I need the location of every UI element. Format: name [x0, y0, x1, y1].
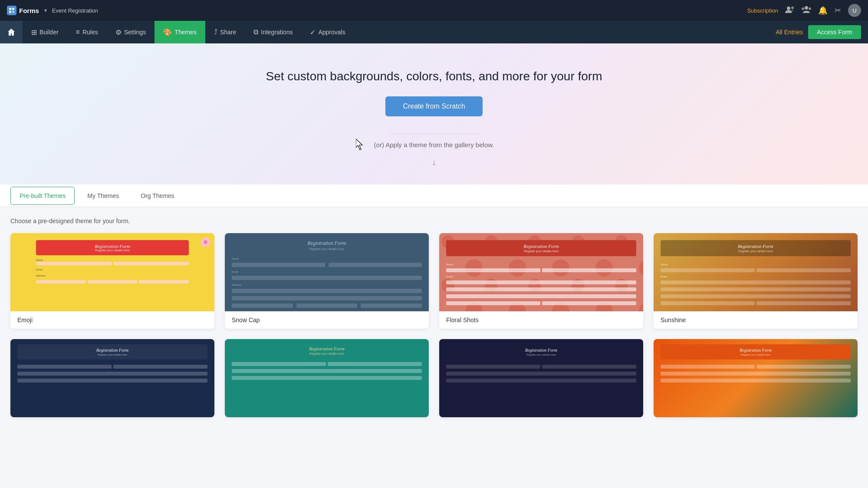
svg-point-4: [787, 7, 790, 10]
theme-tabs: Pre-built Themes My Themes Org Themes: [0, 185, 868, 207]
hero-title: Set custom backgrounds, colors, fonts, a…: [9, 69, 859, 83]
nav-items: ⊞ Builder ≡ Rules ⚙ Settings 🎨 Themes ⤴ …: [23, 21, 769, 43]
theme-preview-teal: Registration Form Register your details …: [225, 339, 429, 417]
theme-name-snowcap: Snow Cap: [225, 311, 429, 329]
create-from-scratch-button[interactable]: Create from Scratch: [385, 96, 482, 116]
svg-point-5: [791, 7, 794, 9]
tab-org-themes[interactable]: Org Themes: [132, 187, 184, 205]
floral-header: Registration Form Register your details …: [446, 240, 636, 256]
nav-item-settings[interactable]: ⚙ Settings: [107, 21, 155, 43]
teal-title: Registration Form: [232, 346, 422, 351]
app-logo[interactable]: Forms: [7, 6, 39, 15]
nav-right: All Entries Access Form: [769, 25, 868, 39]
theme-grid-row1: 🌸 Registration Form Register your detail…: [10, 233, 858, 329]
nav-item-builder[interactable]: ⊞ Builder: [23, 21, 67, 43]
theme-preview-floral: Registration Form Register your details …: [439, 233, 643, 311]
theme-card-darkpurple[interactable]: Registration Form Register your details …: [439, 339, 643, 417]
home-nav-item[interactable]: [0, 21, 23, 43]
snowcap-title: Registration Form: [232, 240, 422, 247]
theme-card-emoji[interactable]: 🌸 Registration Form Register your detail…: [10, 233, 214, 329]
orange-fields: [654, 365, 858, 384]
all-entries-link[interactable]: All Entries: [776, 29, 803, 36]
nav-item-approvals-label: Approvals: [318, 29, 345, 36]
theme-card-teal[interactable]: Registration Form Register your details …: [225, 339, 429, 417]
emoji-decoration: 🌸: [200, 237, 211, 247]
snowcap-subtitle: Register your details here: [232, 247, 422, 251]
svg-point-8: [809, 7, 811, 10]
theme-grid-row2: Registration Form Register your details …: [10, 339, 858, 417]
theme-preview-darkpurple: Registration Form Register your details …: [439, 339, 643, 417]
nav-item-builder-label: Builder: [39, 29, 59, 36]
darkpurple-title: Registration Form: [450, 348, 633, 353]
settings-icon: ⚙: [115, 28, 122, 36]
avatar-initial: U: [852, 7, 856, 14]
breadcrumb: Event Registration: [52, 7, 98, 14]
theme-preview-emoji: 🌸 Registration Form Register your detail…: [10, 233, 214, 311]
nav-item-settings-label: Settings: [124, 29, 146, 36]
svg-point-6: [805, 6, 808, 10]
builder-icon: ⊞: [31, 28, 37, 36]
teal-header: Registration Form Register your details …: [232, 346, 422, 355]
sunshine-fields: Name Email: [654, 263, 858, 305]
darkblue-fields: [10, 365, 214, 384]
hero-arrow-icon: ↓: [9, 157, 859, 167]
floral-subtitle: Register your details here: [450, 250, 633, 253]
app-name: Forms: [19, 7, 39, 14]
darkblue-title: Registration Form: [21, 348, 204, 353]
theme-card-sunshine[interactable]: Registration Form Register your details …: [654, 233, 858, 329]
team-icon[interactable]: [785, 6, 795, 16]
theme-card-snowcap[interactable]: Registration Form Register your details …: [225, 233, 429, 329]
orange-title: Registration Form: [664, 348, 847, 353]
form-title-emoji: Registration Form: [41, 244, 184, 249]
user-avatar[interactable]: U: [848, 4, 861, 17]
people-icon[interactable]: [802, 6, 811, 16]
darkblue-subtitle: Register your details here: [21, 353, 204, 356]
form-header-emoji: Registration Form Register your details …: [36, 240, 189, 255]
nav-item-share[interactable]: ⤴ Share: [205, 21, 245, 43]
logo-icon: [7, 6, 16, 15]
app-menu-chevron[interactable]: ▾: [44, 7, 47, 13]
nav-item-approvals[interactable]: ✓ Approvals: [301, 21, 354, 43]
svg-rect-1: [12, 8, 14, 10]
svg-rect-3: [12, 11, 14, 13]
form-fields-emoji: Name Email Address: [36, 259, 189, 284]
theme-card-darkblue[interactable]: Registration Form Register your details …: [10, 339, 214, 417]
nav-item-share-label: Share: [220, 29, 236, 36]
darkblue-header: Registration Form Register your details …: [17, 344, 207, 359]
darkpurple-header: Registration Form Register your details …: [446, 344, 636, 359]
bell-icon[interactable]: 🔔: [818, 6, 828, 15]
tab-prebuilt[interactable]: Pre-built Themes: [10, 187, 75, 205]
hero-section: Set custom backgrounds, colors, fonts, a…: [0, 43, 868, 185]
theme-preview-orange: Registration Form Register your details …: [654, 339, 858, 417]
rules-icon: ≡: [76, 28, 80, 36]
theme-preview-darkblue: Registration Form Register your details …: [10, 339, 214, 417]
tab-my-themes[interactable]: My Themes: [78, 187, 128, 205]
nav-item-themes[interactable]: 🎨 Themes: [155, 21, 205, 43]
theme-card-orange[interactable]: Registration Form Register your details …: [654, 339, 858, 417]
subscription-link[interactable]: Subscription: [747, 7, 778, 14]
hero-divider: [391, 134, 477, 134]
orange-subtitle: Register your details here: [664, 353, 847, 356]
theme-card-floral[interactable]: Registration Form Register your details …: [439, 233, 643, 329]
svg-rect-2: [9, 11, 11, 13]
sunshine-header: Registration Form Register your details …: [661, 240, 851, 256]
snowcap-fields: Name Email Address: [225, 257, 429, 308]
themes-icon: 🎨: [163, 28, 172, 36]
tool-icon[interactable]: ✂: [835, 6, 841, 15]
nav-item-integrations-label: Integrations: [261, 29, 293, 36]
nav-item-rules[interactable]: ≡ Rules: [67, 21, 107, 43]
floral-fields: Name Email: [439, 263, 643, 305]
teal-fields: [225, 362, 429, 381]
svg-rect-0: [9, 8, 11, 10]
nav-bar: ⊞ Builder ≡ Rules ⚙ Settings 🎨 Themes ⤴ …: [0, 21, 868, 43]
access-form-button[interactable]: Access Form: [808, 25, 861, 39]
sunshine-subtitle: Register your details here: [664, 250, 847, 253]
hero-subtitle: (or) Apply a theme from the gallery belo…: [9, 141, 859, 148]
sunshine-title: Registration Form: [664, 244, 847, 249]
integrations-icon: ⧉: [253, 28, 258, 36]
snowcap-form-header: Registration Form Register your details …: [225, 233, 429, 257]
theme-name-floral: Floral Shots: [439, 311, 643, 329]
nav-item-integrations[interactable]: ⧉ Integrations: [245, 21, 301, 43]
approvals-icon: ✓: [310, 28, 316, 36]
nav-item-themes-label: Themes: [174, 29, 197, 36]
